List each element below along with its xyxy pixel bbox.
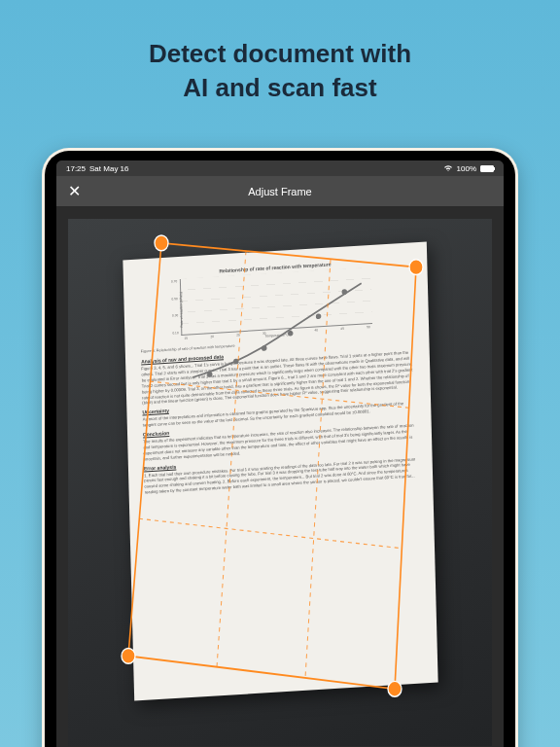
status-bar: 17:25 Sat May 16 100% <box>56 160 504 176</box>
headline-line1: Detect document with <box>149 39 411 68</box>
status-time: 17:25 <box>66 164 86 173</box>
wifi-icon <box>443 164 453 172</box>
nav-bar: ✕ Adjust Frame <box>56 176 504 207</box>
battery-percent: 100% <box>457 164 476 173</box>
scanned-document: Relationship of rate of reaction with te… <box>122 242 438 701</box>
svg-point-4 <box>316 314 322 320</box>
svg-point-5 <box>341 289 347 295</box>
close-button[interactable]: ✕ <box>68 182 81 200</box>
svg-point-2 <box>262 345 267 351</box>
scan-viewport[interactable]: Relationship of rate of reaction with te… <box>56 207 504 747</box>
battery-icon <box>480 165 494 172</box>
page-title: Adjust Frame <box>248 186 311 197</box>
device-screen: 17:25 Sat May 16 100% ✕ Adjust Frame Rel… <box>56 160 504 747</box>
status-date: Sat May 16 <box>89 164 128 173</box>
headline-line2: AI and scan fast <box>183 73 376 102</box>
promo-headline: Detect document with AI and scan fast <box>0 0 560 124</box>
tablet-frame: 17:25 Sat May 16 100% ✕ Adjust Frame Rel… <box>42 148 518 747</box>
document-chart: Rate of reaction (kPa/s) 0.700.500.300.1… <box>180 267 372 336</box>
svg-point-1 <box>233 359 239 365</box>
